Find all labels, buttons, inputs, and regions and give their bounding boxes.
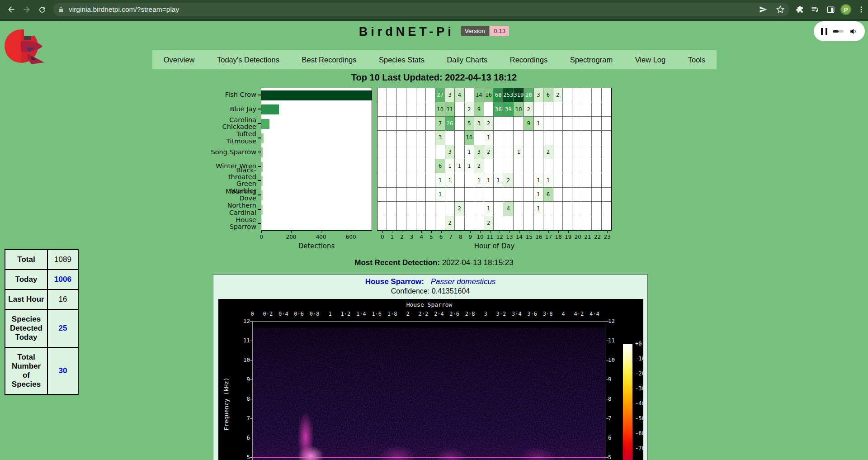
profile-avatar[interactable]: P bbox=[838, 2, 854, 17]
heat-cell bbox=[377, 145, 387, 159]
heat-cell: 5 bbox=[465, 117, 474, 131]
frequency-axis-label: Frequency (kHz) bbox=[223, 363, 230, 445]
heat-cell bbox=[445, 188, 455, 202]
heat-cell bbox=[582, 102, 592, 116]
heat-cell bbox=[484, 159, 494, 173]
bar-blue-jay bbox=[261, 104, 279, 114]
send-icon[interactable] bbox=[759, 5, 768, 14]
nav-item-tools[interactable]: Tools bbox=[688, 56, 706, 64]
heat-cell bbox=[514, 117, 524, 131]
volume-icon[interactable] bbox=[849, 27, 858, 36]
heat-cell bbox=[397, 188, 406, 202]
heat-cell: 6 bbox=[543, 88, 553, 102]
address-bar[interactable]: virginia.birdnetpi.com/?stream=play bbox=[53, 3, 789, 16]
heat-cell bbox=[387, 188, 396, 202]
heat-cell bbox=[553, 102, 563, 116]
species-name-link[interactable]: House Sparrow: bbox=[365, 277, 424, 286]
stats-row-species-detected-today: Species Detected Today25 bbox=[5, 309, 78, 347]
heat-cell: 1 bbox=[484, 202, 494, 216]
heat-cell bbox=[484, 102, 494, 116]
nav-item-view-log[interactable]: View Log bbox=[635, 56, 666, 64]
nav-item-best-recordings[interactable]: Best Recordings bbox=[302, 56, 356, 64]
heat-cell bbox=[494, 145, 503, 159]
heat-cell bbox=[572, 159, 582, 173]
version-label: Version bbox=[461, 26, 489, 36]
extensions-icon[interactable] bbox=[792, 2, 807, 17]
freq-tick-right: 12 bbox=[608, 318, 621, 324]
colorbar-tick: +0 bbox=[635, 341, 642, 347]
heat-cell bbox=[514, 202, 524, 216]
heat-cell: 6 bbox=[543, 188, 553, 202]
heat-cell bbox=[524, 131, 533, 145]
star-icon[interactable] bbox=[776, 5, 785, 14]
heat-cell bbox=[572, 102, 582, 116]
nav-item-overview[interactable]: Overview bbox=[164, 56, 195, 64]
heat-cell bbox=[592, 173, 601, 187]
freq-tick-left: 10 bbox=[237, 356, 250, 363]
nav-item-daily-charts[interactable]: Daily Charts bbox=[447, 56, 487, 64]
playlist-icon[interactable] bbox=[807, 2, 823, 17]
heat-cell bbox=[592, 216, 601, 230]
heat-cell bbox=[524, 202, 533, 216]
pause-icon[interactable] bbox=[821, 28, 827, 35]
side-panel-icon[interactable] bbox=[823, 2, 838, 17]
menu-dots-icon[interactable] bbox=[854, 2, 868, 17]
heat-cell bbox=[494, 159, 503, 173]
heat-cell: 16 bbox=[484, 88, 494, 102]
heat-cell bbox=[426, 145, 435, 159]
heat-cell bbox=[524, 159, 533, 173]
url-text: virginia.birdnetpi.com/?stream=play bbox=[69, 5, 759, 14]
heat-cell bbox=[377, 117, 387, 131]
heat-cell bbox=[406, 88, 416, 102]
heat-cell bbox=[602, 159, 611, 173]
heat-cell bbox=[416, 188, 426, 202]
stats-value-link[interactable]: 1006 bbox=[47, 270, 78, 289]
heat-cell bbox=[455, 102, 464, 116]
time-tick: 1·6 bbox=[369, 311, 384, 317]
freq-tick-left: 5 bbox=[237, 454, 250, 460]
heat-cell bbox=[406, 159, 416, 173]
heat-cell bbox=[572, 145, 582, 159]
forward-icon[interactable] bbox=[19, 2, 34, 17]
heat-cell bbox=[582, 131, 592, 145]
heat-cell bbox=[416, 145, 426, 159]
heat-cell bbox=[377, 173, 387, 187]
stats-value-link[interactable]: 25 bbox=[47, 309, 78, 347]
heat-cell: 3 bbox=[474, 145, 484, 159]
heat-cell: 319 bbox=[514, 88, 524, 102]
heat-cell bbox=[377, 159, 387, 173]
heat-cell: 14 bbox=[474, 88, 484, 102]
heat-cell: 2 bbox=[553, 88, 563, 102]
heat-cell bbox=[592, 102, 601, 116]
heat-cell bbox=[465, 216, 474, 230]
heat-cell bbox=[592, 117, 601, 131]
species-labels: Fish CrowBlue JayCarolina ChickadeeTufte… bbox=[210, 88, 261, 231]
heat-cell: 10 bbox=[435, 102, 445, 116]
heat-cell bbox=[397, 159, 406, 173]
reload-icon[interactable] bbox=[34, 2, 50, 17]
back-icon[interactable] bbox=[4, 2, 19, 17]
heat-cell: 253 bbox=[503, 88, 514, 102]
nav-item-today-s-detections[interactable]: Today's Detections bbox=[217, 56, 279, 64]
seek-bar[interactable] bbox=[833, 30, 844, 33]
colorbar-tick: -50 bbox=[635, 415, 645, 422]
heat-cell bbox=[416, 102, 426, 116]
stats-value-link[interactable]: 30 bbox=[47, 347, 78, 394]
nav-item-recordings[interactable]: Recordings bbox=[510, 56, 547, 64]
freq-tick-right: 5 bbox=[608, 454, 621, 460]
heat-cell bbox=[377, 216, 387, 230]
nav-item-spectrogram[interactable]: Spectrogram bbox=[570, 56, 613, 64]
time-tick: 3·8 bbox=[540, 311, 556, 317]
colorbar-tick: -40 bbox=[635, 400, 645, 407]
heat-cell: 1 bbox=[435, 173, 445, 187]
nav-item-species-stats[interactable]: Species Stats bbox=[379, 56, 425, 64]
heat-cell bbox=[387, 173, 396, 187]
heat-cell bbox=[503, 145, 514, 159]
species-label-black-throated-green-warbler: Black-throated Green Warbler bbox=[210, 174, 261, 188]
heat-cell bbox=[592, 188, 601, 202]
heat-cell bbox=[455, 131, 464, 145]
heat-cell: 2 bbox=[484, 216, 494, 230]
heat-cell: 2 bbox=[474, 159, 484, 173]
hour-tick: 2 bbox=[400, 234, 404, 240]
heat-cell bbox=[416, 131, 426, 145]
